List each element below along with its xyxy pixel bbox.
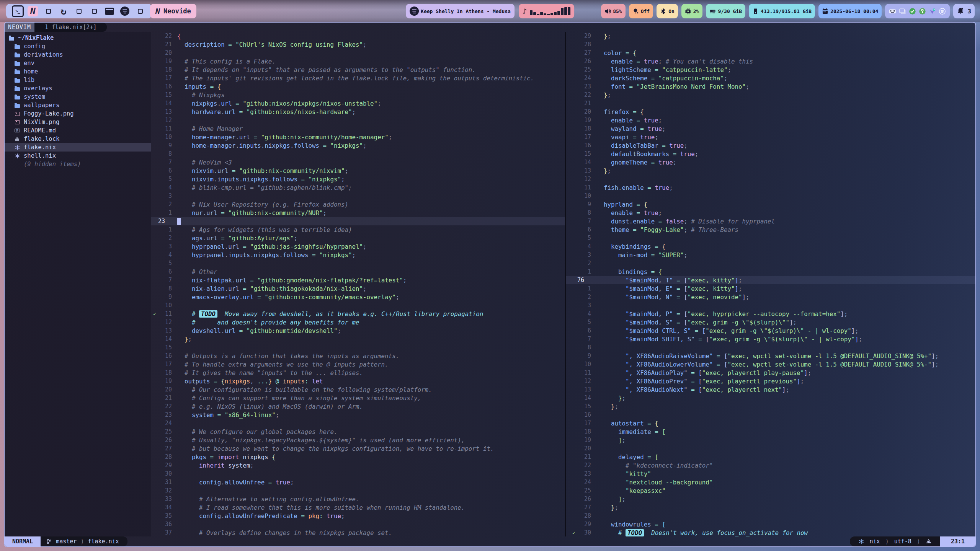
code-line[interactable]: 22 # e.g. NixOS (linux) and MacOS (darwi… bbox=[151, 402, 565, 411]
code-line[interactable]: 12 bbox=[566, 175, 975, 183]
spotify-icon[interactable] bbox=[117, 4, 132, 18]
code-line[interactable]: 2 ags.url = "github:Aylur/ags"; bbox=[151, 234, 565, 242]
code-line[interactable]: 20 firefox = { bbox=[566, 108, 975, 116]
code-line[interactable]: 12 ", XF86AudioPrev" = ["exec, playerctl… bbox=[566, 377, 975, 385]
code-line[interactable]: 19 enable = true; bbox=[566, 116, 975, 124]
refresh-icon[interactable]: ↻ bbox=[56, 4, 71, 18]
terminal-icon[interactable]: >_ bbox=[10, 4, 25, 18]
code-line[interactable]: 22{ bbox=[151, 32, 565, 40]
code-line[interactable]: 15 }; bbox=[566, 402, 975, 411]
code-line[interactable]: 27 # but because we want to change the n… bbox=[151, 444, 565, 453]
code-line[interactable]: 21 description = "ChUrl's NixOS config u… bbox=[151, 40, 565, 49]
code-line[interactable]: 28 bbox=[566, 40, 975, 49]
active-window-chip[interactable]: N Neovide bbox=[150, 4, 196, 18]
code-line[interactable]: 10 home-manager.url = "github:nix-commun… bbox=[151, 133, 565, 141]
media-player-chip[interactable]: Keep Shelly In Athens - Medusa bbox=[406, 4, 514, 18]
code-line[interactable]: 2 bbox=[566, 259, 975, 267]
code-line[interactable]: 14 gnomeTheme = true; bbox=[566, 158, 975, 166]
editor-pane-left[interactable]: 22{21 description = "ChUrl's NixOS confi… bbox=[151, 32, 565, 536]
explorer-item-config[interactable]: config bbox=[5, 42, 151, 51]
explorer-item-lib[interactable]: lib bbox=[5, 76, 151, 84]
code-line[interactable]: 17 # The inputs' git revisions get locke… bbox=[151, 74, 565, 82]
code-line[interactable]: 11 ", XF86AudioPlay" = ["exec, playerctl… bbox=[566, 368, 975, 377]
code-line[interactable]: 2 # Nix User Repository (e.g. Firefox ad… bbox=[151, 200, 565, 209]
explorer-item-nixvim-png[interactable]: NixVim.png bbox=[5, 118, 151, 126]
code-line[interactable]: 24 darkScheme = "catppuccin-mocha"; bbox=[566, 74, 975, 82]
volume-module[interactable]: 85% bbox=[601, 4, 625, 18]
code-line[interactable]: 3 bbox=[151, 192, 565, 200]
code-line[interactable]: 6 # Other bbox=[151, 267, 565, 276]
code-line[interactable]: 5 "$mainMod, S" = ["exec, grim -g \"$(sl… bbox=[566, 318, 975, 326]
code-line[interactable]: 7 dunst.enable = false; # Disable for hy… bbox=[566, 217, 975, 225]
code-line[interactable]: 6 nixvim.url = "github:nix-community/nix… bbox=[151, 166, 565, 175]
code-line[interactable]: 5 bbox=[566, 234, 975, 242]
empty-workspace-icon[interactable] bbox=[41, 4, 56, 18]
code-line[interactable]: 17 autostart = { bbox=[566, 419, 975, 427]
code-line[interactable]: 2 "$mainMod, N" = ["exec, neovide"]; bbox=[566, 293, 975, 301]
code-line[interactable]: 33 # Alternative to setting config.allow… bbox=[151, 495, 565, 503]
code-line[interactable]: 21 delayed = [ bbox=[566, 453, 975, 461]
audio-visualizer-chip[interactable]: ♪ bbox=[519, 4, 574, 18]
code-line[interactable]: 28 bbox=[566, 512, 975, 520]
code-line[interactable]: 29 windowrules = [ bbox=[566, 520, 975, 528]
code-line[interactable]: 19 outputs = {nixpkgs, ...} @ inputs: le… bbox=[151, 377, 565, 385]
code-line[interactable]: 4 keybindings = { bbox=[566, 242, 975, 251]
code-line[interactable]: 14 }; bbox=[151, 335, 565, 343]
code-line[interactable]: 9 ", XF86AudioRaiseVolume" = ["exec, wpc… bbox=[566, 352, 975, 360]
code-line[interactable]: 20 bbox=[151, 49, 565, 57]
code-line[interactable]: 26 enable = true; # You can't disable th… bbox=[566, 57, 975, 65]
code-line[interactable]: 26 ]; bbox=[566, 495, 975, 503]
empty-workspace-icon[interactable] bbox=[71, 4, 87, 18]
neovide-icon[interactable]: N bbox=[25, 4, 41, 18]
empty-workspace-icon[interactable] bbox=[132, 4, 148, 18]
key-circle-icon[interactable] bbox=[919, 8, 926, 15]
code-line[interactable]: 4 hyprpanel.inputs.nixpkgs.follows = "ni… bbox=[151, 251, 565, 259]
code-line[interactable]: 5 nixvim.inputs.nixpkgs.follows = "nixpk… bbox=[151, 175, 565, 183]
code-line[interactable]: 17 # To handle extra arguments we use th… bbox=[151, 360, 565, 368]
code-line[interactable]: 18 immediate = [ bbox=[566, 427, 975, 436]
code-line[interactable]: 14 nixpkgs.url = "github:nixos/nixpkgs/n… bbox=[151, 99, 565, 108]
code-line[interactable]: 29 inherit system; bbox=[151, 461, 565, 469]
cpu-module[interactable]: 2% bbox=[681, 4, 703, 18]
code-line[interactable]: ✓30 # TODO Doesn't work, use focus_on_ac… bbox=[566, 528, 975, 537]
code-line[interactable]: 16 # Outputs is a function that takes th… bbox=[151, 352, 565, 360]
buffer-tab[interactable]: 1 flake.nix[2+] bbox=[34, 23, 107, 32]
code-line[interactable]: 9 emacs-overlay.url = "github:nix-commun… bbox=[151, 293, 565, 301]
code-line[interactable]: 17 vaapi = true; bbox=[566, 133, 975, 141]
code-line[interactable]: 15 defaultBookmarks = true; bbox=[566, 150, 975, 158]
code-line[interactable]: 10 ", XF86AudioLowerVolume" = ["exec, wp… bbox=[566, 360, 975, 368]
code-line[interactable]: 8 nix-alien.url = "github:thiagokokada/n… bbox=[151, 284, 565, 293]
code-line[interactable]: 4 # blink-cmp.url = "github:saghen/blink… bbox=[151, 183, 565, 192]
code-line[interactable]: 7 nix-flatpak.url = "github:gmodena/nix-… bbox=[151, 276, 565, 284]
code-line[interactable]: 26 # Usually, "nixpkgs.legacyPackages.${… bbox=[151, 436, 565, 444]
code-line[interactable]: ✓11 # TODO Move away from devshell, as i… bbox=[151, 310, 565, 318]
code-line[interactable]: 35 config.allowUnfreePredicate = pkg: tr… bbox=[151, 512, 565, 520]
code-line[interactable]: 29 }; bbox=[566, 32, 975, 40]
empty-workspace-icon[interactable] bbox=[87, 4, 102, 18]
code-line[interactable]: 7 "$mainMod SHIFT, S" = ["exec, grim -g … bbox=[566, 335, 975, 343]
disk-module[interactable]: 413.19/915.81 GiB bbox=[749, 4, 815, 18]
editor-pane-right[interactable]: 29 };2827 color = {26 enable = true; # Y… bbox=[566, 32, 975, 536]
code-line[interactable]: 37 # Overlays define changes in the nixp… bbox=[151, 528, 565, 537]
code-line[interactable]: 8 bbox=[566, 343, 975, 352]
code-line[interactable]: 12 # and doesn't provide any benefits fo… bbox=[151, 318, 565, 326]
explorer-item-env[interactable]: env bbox=[5, 59, 151, 67]
code-line[interactable]: 19 ]; bbox=[566, 436, 975, 444]
explorer-item-flake-nix[interactable]: flake.nix bbox=[5, 143, 151, 152]
code-line[interactable]: 6 "$mainMod CTRL, S" = ["exec, grim -g \… bbox=[566, 326, 975, 335]
code-line[interactable]: 24 "nextcloud --background" bbox=[566, 478, 975, 486]
code-line[interactable]: 25 "keepassxc" bbox=[566, 486, 975, 495]
explorer-item-derivations[interactable]: derivations bbox=[5, 51, 151, 59]
code-line[interactable]: 22 }; bbox=[566, 91, 975, 99]
code-line[interactable]: 21 bbox=[566, 99, 975, 108]
code-line[interactable]: 16 inputs = { bbox=[151, 82, 565, 91]
explorer-item-readme-md[interactable]: MREADME.md bbox=[5, 126, 151, 135]
code-line[interactable]: 9 hyprland = { bbox=[566, 200, 975, 209]
code-line[interactable]: 13 hardware.url = "github:nixos/nixos-ha… bbox=[151, 108, 565, 116]
memory-module[interactable]: 9/30 GiB bbox=[706, 4, 745, 18]
code-line[interactable]: 24 bbox=[151, 419, 565, 427]
code-line[interactable]: 10 bbox=[151, 301, 565, 310]
code-line[interactable]: 9 home-manager.inputs.nixpkgs.follows = … bbox=[151, 141, 565, 150]
code-line[interactable]: 76 "$mainMod, T" = ["exec, kitty"]; bbox=[566, 276, 975, 284]
code-line[interactable]: 16 bbox=[566, 411, 975, 419]
